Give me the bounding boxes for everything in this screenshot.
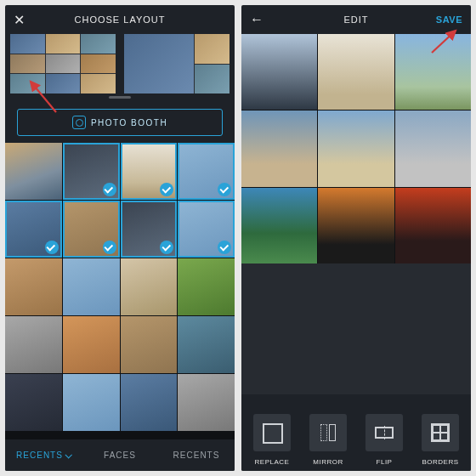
bottom-tabs: RECENTS FACES RECENTS [5,439,235,471]
save-button[interactable]: SAVE [436,14,462,25]
tool-label: FLIP [377,458,393,466]
thumb[interactable] [121,316,178,373]
check-icon [218,183,231,196]
tab-faces[interactable]: FACES [82,439,158,471]
collage-tile[interactable] [395,110,471,186]
collage-tile[interactable] [318,110,394,186]
photo-booth-button[interactable]: PHOTO BOOTH [17,109,223,136]
thumb[interactable] [178,201,235,258]
thumb[interactable] [178,258,235,315]
thumb[interactable] [5,258,62,315]
back-button[interactable]: ← [250,12,264,27]
thumb[interactable] [5,201,62,258]
check-icon [160,241,173,254]
tool-flip[interactable]: FLIP [359,403,410,466]
check-icon [103,241,116,254]
spacer [241,264,471,394]
thumb[interactable] [5,316,62,373]
tool-replace[interactable]: REPLACE [246,403,298,466]
flip-icon [366,414,403,451]
check-icon [218,241,231,254]
tool-mirror[interactable]: MIRROR [303,403,354,466]
photo-picker-grid [5,143,235,439]
thumb[interactable] [178,374,235,431]
thumb[interactable] [63,258,120,315]
collage-tile[interactable] [241,188,317,264]
thumb[interactable] [121,258,178,315]
tool-label: BORDERS [422,458,458,466]
tab-label: RECENTS [16,450,63,460]
collage-tile[interactable] [318,34,394,110]
drag-handle[interactable] [109,96,131,99]
borders-icon [422,414,459,451]
tab-recents[interactable]: RECENTS [5,439,82,471]
page-title: EDIT [343,14,368,25]
check-icon [103,183,116,196]
thumb[interactable] [63,316,120,373]
thumb[interactable] [63,201,120,258]
tool-borders[interactable]: BORDERS [415,403,466,466]
thumb[interactable] [63,374,120,431]
photo-booth-label: PHOTO BOOTH [91,118,167,128]
screen-edit: ← EDIT SAVE REPLACE MIRROR [241,5,471,471]
thumb[interactable] [5,374,62,431]
camera-icon [72,116,86,129]
thumb[interactable] [178,316,235,373]
edit-toolbar: REPLACE MIRROR FLIP BORDERS [241,394,471,471]
thumb[interactable] [121,143,178,200]
collage-tile[interactable] [395,188,471,264]
collage-preview[interactable] [241,34,471,264]
check-icon [45,241,59,254]
collage-tile[interactable] [395,34,471,110]
collage-tile[interactable] [241,110,317,186]
header: ✕ CHOOSE LAYOUT [5,5,235,34]
mirror-icon [309,414,347,451]
close-button[interactable]: ✕ [14,12,26,28]
tab-label: FACES [104,450,136,460]
tool-label: REPLACE [255,458,290,466]
thumb[interactable] [63,143,120,200]
layout-option-feature-left[interactable] [124,34,230,94]
tool-label: MIRROR [313,458,343,466]
replace-icon [253,414,291,451]
collage-tile[interactable] [318,188,394,264]
thumb[interactable] [178,143,235,200]
header: ← EDIT SAVE [241,5,471,34]
thumb[interactable] [121,201,178,258]
screen-choose-layout: ✕ CHOOSE LAYOUT PHOTO BOOTH [5,5,235,471]
tab-label: RECENTS [173,450,220,460]
collage-tile[interactable] [241,34,317,110]
check-icon [160,183,173,196]
chevron-down-icon [65,451,71,458]
thumb[interactable] [121,374,178,431]
page-title: CHOOSE LAYOUT [75,14,166,25]
thumb[interactable] [5,143,62,200]
tab-recents-2[interactable]: RECENTS [158,439,235,471]
